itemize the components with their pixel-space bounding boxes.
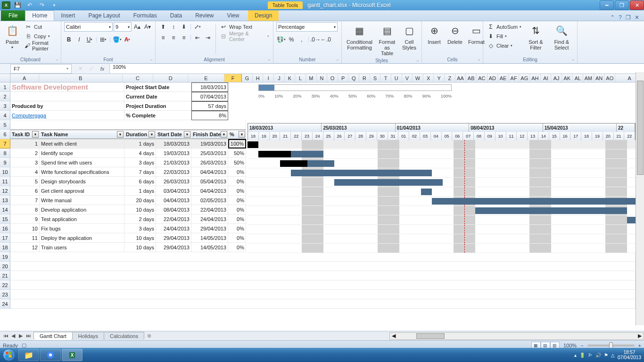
align-top-icon[interactable]: ⬆ bbox=[158, 22, 168, 32]
align-middle-icon[interactable]: ↕ bbox=[169, 22, 178, 32]
grow-font-icon[interactable]: A▴ bbox=[132, 22, 142, 32]
cell[interactable]: Get client approval bbox=[40, 186, 124, 196]
formula-input[interactable]: 100% bbox=[109, 64, 644, 74]
cell[interactable]: 7 days bbox=[124, 167, 156, 177]
cell[interactable]: 1 days bbox=[124, 139, 156, 148]
row-header[interactable]: 21 bbox=[0, 271, 10, 280]
cell[interactable]: Develop application bbox=[40, 205, 124, 214]
cell[interactable]: 4 bbox=[10, 167, 40, 177]
filter-dropdown-icon[interactable]: ▼ bbox=[184, 131, 190, 138]
col-header[interactable]: V bbox=[402, 74, 413, 82]
col-header[interactable]: AO bbox=[604, 74, 615, 82]
cell[interactable]: 18/03/2013 bbox=[191, 82, 228, 92]
col-header[interactable]: AG bbox=[519, 74, 530, 82]
cell[interactable]: Test application bbox=[40, 214, 124, 224]
tab-formulas[interactable]: Formulas bbox=[127, 10, 164, 21]
cell[interactable]: 24/04/2013 bbox=[191, 214, 228, 224]
cell[interactable] bbox=[10, 290, 636, 299]
row-header[interactable]: 5 bbox=[0, 120, 10, 130]
cell[interactable]: Identify scope bbox=[40, 148, 124, 158]
cell[interactable]: 14/05/2013 bbox=[191, 233, 228, 243]
sheet-tab[interactable]: Holidays bbox=[72, 332, 104, 340]
cell[interactable] bbox=[10, 92, 124, 101]
cell[interactable]: 2 bbox=[10, 148, 40, 158]
cell[interactable]: Finish Date▼ bbox=[191, 130, 228, 139]
cell[interactable] bbox=[10, 280, 636, 290]
cell[interactable]: 6 days bbox=[124, 177, 156, 186]
cell[interactable]: Project Start Date bbox=[124, 82, 191, 92]
sheet-nav-first-icon[interactable]: ⏮ bbox=[2, 333, 9, 339]
comma-icon[interactable]: , bbox=[297, 35, 306, 44]
format-painter-button[interactable]: 🖌Format Painter bbox=[24, 41, 58, 50]
cell[interactable]: 22/04/2013 bbox=[156, 214, 191, 224]
row-header[interactable]: 17 bbox=[0, 233, 10, 243]
redo-icon[interactable]: ↷ bbox=[37, 1, 47, 9]
cell[interactable]: 5 bbox=[10, 177, 40, 186]
cell[interactable]: 0% bbox=[228, 177, 246, 186]
cell[interactable]: 10 days bbox=[124, 233, 156, 243]
cell[interactable]: 1 bbox=[10, 139, 40, 148]
indent-increase-icon[interactable]: ⇥ bbox=[203, 33, 213, 42]
percent-icon[interactable]: % bbox=[287, 35, 296, 44]
conditional-formatting-button[interactable]: ▦Conditional Formatting bbox=[345, 22, 374, 51]
row-header[interactable]: 13 bbox=[0, 196, 10, 205]
cell[interactable]: 50% bbox=[228, 148, 246, 158]
cell[interactable]: Write manual bbox=[40, 196, 124, 205]
italic-button[interactable]: I bbox=[74, 35, 84, 44]
paste-button[interactable]: 📋 Paste▾ bbox=[3, 22, 22, 51]
clear-button[interactable]: ◇Clear▾ bbox=[486, 41, 522, 50]
currency-icon[interactable]: 💱▾ bbox=[276, 35, 286, 44]
align-left-icon[interactable]: ≡ bbox=[158, 33, 168, 42]
merge-center-button[interactable]: ⊟Merge & Center▾ bbox=[219, 32, 270, 41]
cell[interactable]: Spend time with users bbox=[40, 158, 124, 167]
cell[interactable]: 19/03/2013 bbox=[156, 148, 191, 158]
cell[interactable]: Train users bbox=[40, 243, 124, 252]
sheet-nav-next-icon[interactable]: ▶ bbox=[17, 333, 25, 339]
col-header[interactable]: N bbox=[317, 74, 328, 82]
insert-cells-button[interactable]: ⊕Insert bbox=[425, 22, 444, 46]
cell[interactable]: Duration▼ bbox=[124, 130, 156, 139]
horizontal-scrollbar[interactable]: ◀▶ bbox=[389, 332, 644, 340]
underline-button[interactable]: U▾ bbox=[85, 35, 94, 44]
cell[interactable]: 07/04/2013 bbox=[191, 92, 228, 101]
row-header[interactable]: 6 bbox=[0, 130, 10, 139]
minimize-ribbon-icon[interactable]: ⌃ bbox=[610, 14, 615, 21]
filter-dropdown-icon[interactable]: ▼ bbox=[32, 131, 39, 138]
tray-battery-icon[interactable]: 🔋 bbox=[579, 353, 585, 358]
cell[interactable]: 22/04/2013 bbox=[191, 205, 228, 214]
minimize-button[interactable]: ━ bbox=[600, 0, 614, 10]
cell[interactable]: 12 bbox=[10, 243, 40, 252]
row-header[interactable]: 20 bbox=[0, 262, 10, 271]
filter-dropdown-icon[interactable]: ▼ bbox=[239, 131, 245, 138]
col-header[interactable]: G bbox=[242, 74, 253, 82]
cell[interactable]: 0% bbox=[228, 186, 246, 196]
cell[interactable]: 4 days bbox=[124, 148, 156, 158]
enter-icon[interactable]: ✓ bbox=[87, 65, 95, 73]
taskbar-excel-icon[interactable]: X bbox=[62, 349, 83, 361]
file-tab[interactable]: File bbox=[1, 10, 25, 21]
cell[interactable]: 05/04/2013 bbox=[191, 177, 228, 186]
col-header[interactable]: AB bbox=[466, 74, 477, 82]
cell[interactable]: Meet with client bbox=[40, 139, 124, 148]
col-header[interactable]: E bbox=[188, 74, 224, 82]
restore-window-icon[interactable]: ❐ bbox=[626, 14, 631, 21]
col-header[interactable]: R bbox=[359, 74, 370, 82]
col-header[interactable]: Q bbox=[348, 74, 359, 82]
cell[interactable]: 3 bbox=[10, 158, 40, 167]
wrap-text-button[interactable]: ↩Wrap Text bbox=[219, 22, 270, 32]
col-header[interactable]: O bbox=[327, 74, 338, 82]
row-header[interactable]: 14 bbox=[0, 205, 10, 214]
cell[interactable]: Start Date▼ bbox=[156, 130, 191, 139]
shrink-font-icon[interactable]: A▾ bbox=[143, 22, 152, 32]
tab-page-layout[interactable]: Page Layout bbox=[82, 10, 126, 21]
qat-dropdown-icon[interactable]: ▼ bbox=[49, 1, 59, 9]
cell[interactable] bbox=[10, 299, 636, 309]
col-header[interactable]: A bbox=[10, 74, 39, 82]
col-header[interactable]: J bbox=[274, 74, 285, 82]
zoom-slider[interactable] bbox=[587, 345, 635, 346]
tab-design[interactable]: Design bbox=[248, 10, 279, 21]
cell[interactable]: 22/03/2013 bbox=[156, 167, 191, 177]
col-header[interactable]: AI bbox=[541, 74, 552, 82]
cell[interactable]: 8% bbox=[191, 111, 228, 120]
tray-up-icon[interactable]: ▴ bbox=[574, 353, 577, 358]
